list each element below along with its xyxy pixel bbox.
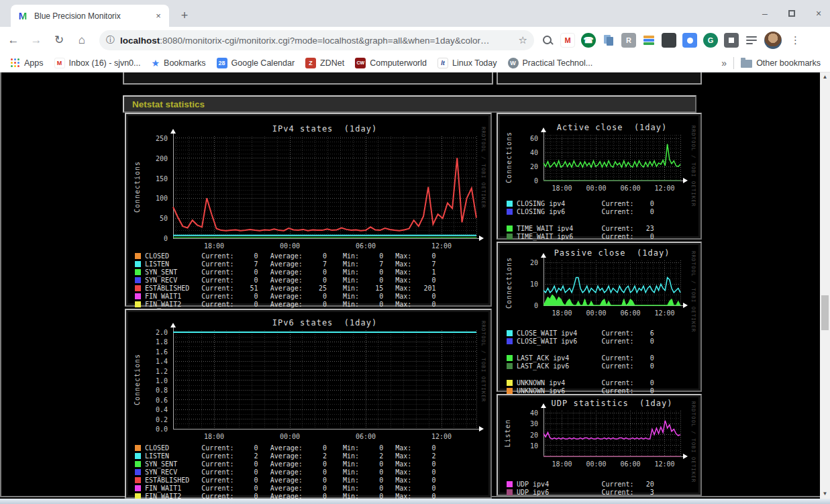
legend-swatch — [135, 477, 141, 483]
legend-row: TIME_WAIT ipv4 Current: 23 — [507, 224, 654, 232]
page-scrollbar[interactable]: ▲ ▼ — [820, 72, 830, 499]
ipv4-states-graph-panel[interactable]: IPv4 states (1day)ConnectionsRRDTOOL / T… — [125, 113, 492, 307]
passive-close-graph[interactable]: Passive close (1day)ConnectionsRRDTOOL /… — [500, 245, 698, 389]
profile-avatar[interactable] — [764, 32, 782, 49]
rrdtool-watermark: RRDTOOL / TOBI OETIKER — [690, 125, 696, 207]
legend-row: CLOSING ipv4 Current: 0 — [507, 199, 654, 207]
bookmark-label: Linux Today — [452, 58, 497, 68]
bookmarks-overflow-chevron[interactable]: » — [721, 58, 727, 68]
legend-row: TIME_WAIT ipv6 Current: 0 — [507, 232, 654, 240]
scrollbar-thumb[interactable] — [821, 295, 829, 330]
legend-swatch — [135, 269, 141, 275]
y-tick-label: 150 — [128, 175, 168, 183]
monitorix-favicon-icon: M — [17, 11, 28, 21]
y-tick-label: 2.0 — [128, 329, 168, 336]
home-button[interactable]: ⌂ — [72, 31, 91, 50]
legend-row: CLOSED Current: 0 Average: 0 Min: 0 Max:… — [135, 444, 435, 452]
legend-text: FIN_WAIT2 Current: 0 Average: 0 Min: 0 M… — [145, 301, 435, 308]
bookmark-label: Google Calendar — [231, 58, 295, 68]
tab-close-icon[interactable]: × — [153, 11, 164, 21]
calendar-icon: 28 — [217, 58, 227, 68]
section-header: Netstat statistics — [123, 95, 696, 113]
bookmark-bookmarks[interactable]: ★ Bookmarks — [152, 58, 206, 68]
legend-swatch — [135, 293, 141, 299]
phone-extension-icon[interactable]: ☎ — [581, 33, 596, 48]
udp-statistics-graph-panel[interactable]: UDP statistics (1day)ListenRRDTOOL / TOB… — [497, 394, 702, 496]
window-close-button[interactable]: × — [813, 7, 825, 19]
bookmark-label: Practical Technol... — [523, 58, 593, 68]
browser-tab[interactable]: M Blue Precision Monitorix × — [11, 5, 169, 27]
x-tick-label: 12:00 — [650, 309, 680, 317]
copy-pages-extension-icon[interactable] — [602, 34, 615, 47]
window-controls: – × — [759, 0, 825, 27]
y-tick-label: 60 — [500, 135, 538, 142]
folder-icon — [741, 60, 752, 68]
y-tick-label: 20 — [500, 163, 538, 170]
legend-swatch — [507, 388, 513, 394]
new-tab-button[interactable]: + — [176, 7, 193, 24]
bookmark-practical-technology[interactable]: W Practical Technol... — [508, 58, 593, 68]
y-tick-label: 0.4 — [128, 406, 168, 413]
bookmark-zdnet[interactable]: Z ZDNet — [305, 58, 344, 68]
active-close-graph-panel[interactable]: Active close (1day)ConnectionsRRDTOOL / … — [497, 113, 702, 240]
star-icon: ★ — [152, 58, 160, 68]
reload-button[interactable]: ↻ — [50, 31, 68, 50]
legend-row: CLOSING ipv6 Current: 0 — [507, 207, 654, 215]
legend-text: FIN_WAIT1 Current: 0 Average: 0 Min: 0 M… — [145, 485, 435, 492]
y-tick-label: 1.2 — [128, 368, 168, 375]
scrollbar-down-icon[interactable]: ▼ — [820, 489, 830, 499]
grammarly-extension-icon[interactable]: G — [703, 33, 718, 48]
gmail-icon: M — [54, 58, 65, 68]
previous-section-graph-left — [123, 72, 493, 85]
r-extension-icon[interactable]: R — [621, 33, 636, 48]
computerworld-icon: CW — [355, 58, 366, 68]
legend-text: UDP ipv4 Current: 20 — [517, 481, 654, 488]
bookmark-computerworld[interactable]: CW Computerworld — [355, 58, 427, 68]
legend-swatch — [135, 469, 141, 475]
address-bar[interactable]: ⓘ localhost:8080/monitorix-cgi/monitorix… — [99, 30, 534, 50]
puzzle-extension-icon[interactable] — [724, 33, 739, 48]
legend-text: TIME_WAIT ipv4 Current: 23 — [517, 225, 654, 232]
forward-button[interactable]: → — [27, 31, 46, 50]
bookmark-label: Inbox (16) - sjvn0... — [69, 58, 141, 68]
legend-swatch — [135, 301, 141, 307]
search-extension-icon[interactable] — [541, 34, 554, 47]
bookmark-label: Bookmarks — [164, 58, 206, 68]
x-tick-label: 18:00 — [548, 309, 577, 317]
section-title: Netstat statistics — [132, 99, 205, 109]
legend-row: FIN_WAIT2 Current: 0 Average: 0 Min: 0 M… — [135, 300, 435, 308]
passive-close-graph-panel[interactable]: Passive close (1day)ConnectionsRRDTOOL /… — [497, 242, 702, 392]
x-tick-label: 12:00 — [427, 433, 456, 440]
plot-area — [128, 116, 487, 248]
gmail-extension-icon[interactable]: M — [560, 33, 575, 48]
browser-menu-icon[interactable]: ⋮ — [790, 34, 800, 46]
ipv4-states-graph[interactable]: IPv4 states (1day)ConnectionsRRDTOOL / T… — [128, 116, 488, 303]
bookmark-apps[interactable]: Apps — [11, 58, 44, 68]
bookmark-linux-today[interactable]: lt Linux Today — [437, 58, 497, 68]
page-info-icon[interactable]: ⓘ — [106, 34, 115, 46]
y-tick-label: 1.4 — [128, 358, 168, 365]
y-tick-label: 20 — [500, 432, 538, 439]
scrollbar-up-icon[interactable]: ▲ — [820, 72, 830, 82]
media-queue-extension-icon[interactable] — [745, 34, 758, 47]
graph-legend: CLOSED Current: 0 Average: 0 Min: 0 Max:… — [135, 444, 435, 500]
camera-extension-icon[interactable] — [682, 33, 697, 48]
udp-statistics-graph[interactable]: UDP statistics (1day)ListenRRDTOOL / TOB… — [500, 397, 698, 493]
pocket-extension-icon[interactable] — [662, 33, 676, 48]
graph-legend: UDP ipv4 Current: 20UDP ipv6 Current: 3 — [507, 480, 654, 496]
bookmark-label: ZDNet — [320, 58, 344, 68]
legend-swatch — [507, 481, 513, 487]
ipv6-states-graph[interactable]: IPv6 states (1day)ConnectionsRRDTOOL / T… — [128, 312, 488, 495]
window-maximize-button[interactable] — [786, 7, 798, 19]
back-button[interactable]: ← — [4, 31, 23, 50]
other-bookmarks-folder[interactable]: Other bookmarks — [741, 58, 821, 68]
books-extension-icon[interactable] — [642, 34, 656, 47]
window-bottom-edge — [0, 499, 830, 504]
x-tick-label: 12:00 — [650, 460, 680, 468]
bookmark-inbox[interactable]: M Inbox (16) - sjvn0... — [54, 58, 141, 68]
active-close-graph[interactable]: Active close (1day)ConnectionsRRDTOOL / … — [500, 116, 698, 236]
bookmark-google-calendar[interactable]: 28 Google Calendar — [217, 58, 295, 68]
bookmark-star-icon[interactable]: ☆ — [519, 34, 527, 46]
window-minimize-button[interactable]: – — [759, 7, 771, 19]
ipv6-states-graph-panel[interactable]: IPv6 states (1day)ConnectionsRRDTOOL / T… — [125, 309, 492, 499]
